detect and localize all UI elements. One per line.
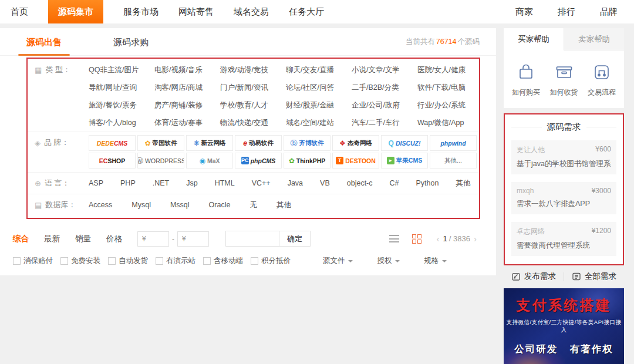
help-item-trade-flow[interactable]: 交易流程	[588, 62, 616, 97]
topnav-item[interactable]: 域名交易	[234, 0, 269, 23]
topnav-item[interactable]: 网站寄售	[178, 0, 214, 23]
filter-link[interactable]: 淘客/网店/商城	[154, 79, 220, 96]
price-max-input[interactable]: ¥	[177, 231, 209, 247]
filter-link[interactable]: 汽车/二手/车行	[352, 114, 417, 132]
tab-seller-help[interactable]: 卖家帮助	[564, 28, 624, 50]
checkbox-icon[interactable]	[203, 257, 211, 265]
grid-view-icon[interactable]	[412, 234, 421, 244]
filter-link[interactable]: Jsp	[186, 173, 197, 194]
filter-link[interactable]: 物流/快递/交通	[220, 114, 286, 132]
brand-dedecms[interactable]: DEDECMS	[89, 135, 136, 151]
topnav-item[interactable]: 排行	[558, 0, 575, 23]
all-demands-button[interactable]: 全部需求	[564, 271, 624, 282]
filter-link[interactable]: .NET	[153, 173, 169, 194]
list-view-icon[interactable]	[389, 235, 399, 242]
topnav-item[interactable]: 服务市场	[123, 0, 158, 23]
brand-jieqi-wangluo[interactable]: ❖杰奇网络	[332, 135, 379, 151]
topnav-item[interactable]: 源码集市	[48, 0, 103, 23]
checkbox-icon[interactable]	[60, 257, 68, 265]
demand-item[interactable]: mxqh ¥3000 需求一款八字排盘APP	[511, 182, 616, 214]
filter-link[interactable]: Mysql	[131, 194, 151, 215]
filter-link[interactable]: 其他	[276, 194, 291, 215]
filter-link[interactable]: 行业/办公/系统	[417, 96, 483, 114]
filter-link[interactable]: HTML	[215, 173, 235, 194]
brand-destoon[interactable]: TDESTOON	[332, 153, 379, 168]
payment-system-ad-banner[interactable]: 支付系统搭建 支持微信/支付宝/三方快捷/等各类API接口接入 公司研发 有著作…	[504, 288, 624, 364]
help-item-how-to-buy[interactable]: 如何购买	[512, 62, 540, 97]
sort-option[interactable]: 价格	[106, 234, 122, 244]
filter-link[interactable]: 域名/空间/建站	[286, 114, 352, 132]
filter-link[interactable]: 论坛/社区/问答	[286, 79, 352, 96]
filter-link[interactable]: Access	[89, 194, 112, 215]
filter-link[interactable]: 聊天/交友/直播	[286, 61, 352, 79]
tab-source-buy[interactable]: 源码求购	[113, 28, 149, 56]
filter-link[interactable]: Java	[288, 173, 303, 194]
filter-link[interactable]: 小说/文章/文学	[352, 61, 417, 79]
filter-link[interactable]: 博客/个人/blog	[89, 114, 154, 132]
confirm-button[interactable]: 确定	[279, 231, 311, 247]
filter-link[interactable]: Mssql	[170, 194, 190, 215]
filter-link[interactable]: 旅游/餐饮/票务	[89, 96, 154, 114]
filter-checkbox[interactable]: 含移动端	[203, 256, 243, 266]
sort-option[interactable]: 综合	[13, 234, 29, 244]
search-input[interactable]	[225, 231, 279, 247]
filter-link[interactable]: 学校/教育/人才	[220, 96, 286, 114]
prev-page-icon[interactable]: ‹	[433, 234, 443, 244]
brand-ecshop[interactable]: ECSHOP	[89, 153, 136, 168]
filter-link[interactable]: 其他	[456, 173, 470, 194]
filter-link[interactable]: PHP	[120, 173, 136, 194]
filter-link[interactable]: object-c	[347, 173, 373, 194]
filter-link[interactable]: 医院/女人/健康	[417, 61, 483, 79]
filter-link[interactable]: 导航/网址/查询	[89, 79, 154, 96]
brand-xinyun-wangluo[interactable]: ❋新云网络	[186, 135, 233, 151]
filter-link[interactable]: VB	[320, 173, 330, 194]
demand-item[interactable]: 卓志网络 ¥1200 需要微商代理管理系统	[511, 222, 616, 256]
tab-source-sell[interactable]: 源码出售	[26, 28, 62, 56]
filter-link[interactable]: VC++	[252, 173, 271, 194]
checkbox-icon[interactable]	[13, 257, 21, 265]
demand-item[interactable]: 更让人他 ¥600 基于java的学校图书馆管理系统	[511, 140, 616, 174]
brand-thinkphp[interactable]: ✿ThinkPHP	[284, 153, 331, 168]
filter-dropdown[interactable]: 源文件	[323, 256, 353, 266]
checkbox-icon[interactable]	[156, 257, 163, 265]
next-page-icon[interactable]: ›	[470, 234, 480, 244]
filter-link[interactable]: 软件/下载/电脑	[417, 79, 483, 96]
filter-link[interactable]: QQ非主流/图片	[89, 61, 154, 79]
filter-link[interactable]: C#	[390, 173, 399, 194]
filter-dropdown[interactable]: 规格	[424, 256, 447, 266]
filter-link[interactable]: Wap/微信/App	[417, 114, 483, 132]
filter-link[interactable]: 房产/商铺/装修	[154, 96, 220, 114]
filter-link[interactable]: ASP	[89, 173, 103, 194]
filter-checkbox[interactable]: 自动发货	[108, 256, 148, 266]
filter-link[interactable]: 门户/新闻/资讯	[220, 79, 286, 96]
filter-link[interactable]: 无	[249, 194, 257, 215]
filter-link[interactable]: Oracle	[209, 194, 231, 215]
filter-checkbox[interactable]: 有演示站	[156, 256, 195, 266]
brand-phpwind[interactable]: phpwind	[430, 135, 477, 151]
brand-wordpress[interactable]: ⓌWORDPRESS	[137, 153, 184, 168]
brand-other[interactable]: 其他...	[430, 153, 477, 168]
brand-maxcms[interactable]: ◉MaX	[186, 153, 233, 168]
topnav-item[interactable]: 品牌	[600, 0, 618, 23]
filter-checkbox[interactable]: 积分抵价	[251, 256, 291, 266]
topnav-item[interactable]: 任务大厅	[289, 0, 324, 23]
brand-dongyi-ruanjian[interactable]: e动易软件	[235, 135, 282, 151]
brand-pingguo-cms[interactable]: ▸苹果CMS	[381, 153, 428, 168]
brand-phpcms[interactable]: PCphpCMS	[235, 153, 282, 168]
filter-link[interactable]: 游戏/动漫/竞技	[220, 61, 286, 79]
filter-link[interactable]: 财经/股票/金融	[286, 96, 352, 114]
help-item-how-to-receive[interactable]: 如何收货	[550, 62, 578, 97]
publish-demand-button[interactable]: 发布需求	[504, 271, 564, 282]
filter-checkbox[interactable]: 免费安装	[60, 256, 100, 266]
tab-buyer-help[interactable]: 买家帮助	[504, 28, 564, 50]
checkbox-icon[interactable]	[251, 257, 258, 265]
filter-link[interactable]: 体育/运动/赛事	[154, 114, 220, 132]
sort-option[interactable]: 销量	[75, 234, 91, 244]
sort-option[interactable]: 最新	[44, 234, 60, 244]
filter-dropdown[interactable]: 授权	[377, 256, 400, 266]
filter-link[interactable]: 二手/B2B/分类	[352, 79, 417, 96]
filter-checkbox[interactable]: 消保赔付	[13, 256, 53, 266]
filter-link[interactable]: 企业/公司/政府	[352, 96, 417, 114]
brand-diguo-ruanjian[interactable]: ✿帝国软件	[137, 135, 184, 151]
topnav-item[interactable]: 首页	[11, 0, 28, 23]
